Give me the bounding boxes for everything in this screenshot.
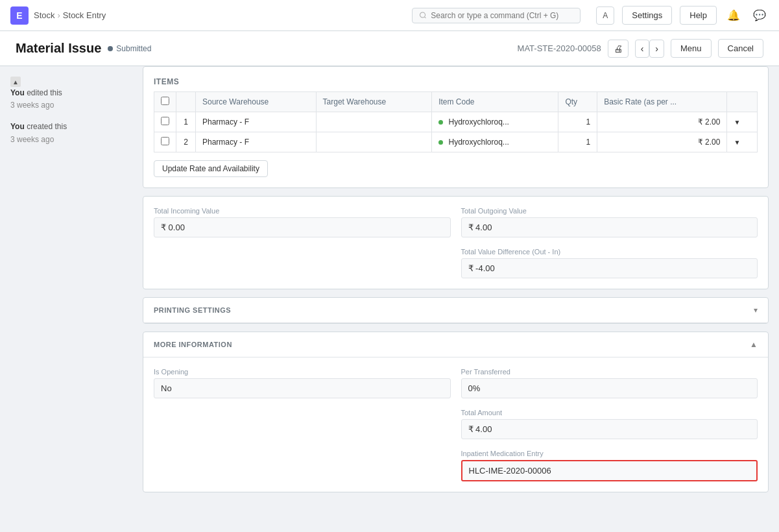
row-1-rate: ₹ 2.00 xyxy=(597,112,727,132)
total-amount-value: ₹ 4.00 xyxy=(461,419,758,439)
more-info-section: MORE INFORMATION ▲ Is Opening No xyxy=(143,332,769,492)
row-1-item-code: Hydroxychloroq... xyxy=(449,117,509,127)
row-1-checkbox[interactable] xyxy=(161,117,169,125)
inpatient-label: Inpatient Medication Entry xyxy=(461,450,758,457)
total-outgoing-value: ₹ 4.00 xyxy=(461,217,758,237)
more-info-label: MORE INFORMATION xyxy=(154,341,232,348)
activity-actor-2: You xyxy=(10,122,25,131)
svg-point-0 xyxy=(420,12,425,18)
table-row: 1 Pharmacy - F Hydroxychloroq... 1 ₹ 2.0… xyxy=(154,112,758,132)
page-title-area: Material Issue Submitted xyxy=(16,41,151,56)
doc-id: MAT-STE-2020-00058 xyxy=(518,43,601,53)
printing-section-header[interactable]: PRINTING SETTINGS ▾ xyxy=(143,298,768,323)
row-1-qty: 1 xyxy=(558,112,597,132)
more-info-grid: Is Opening No Per Transferred 0% Total A… xyxy=(154,368,758,481)
app-logo[interactable]: E xyxy=(10,6,29,25)
row-1-expand[interactable]: ▼ xyxy=(727,112,758,132)
select-all-checkbox[interactable] xyxy=(161,97,169,105)
table-row: 2 Pharmacy - F Hydroxychloroq... 1 ₹ 2.0… xyxy=(154,132,758,152)
activity-actor-1: You xyxy=(10,88,25,97)
activity-entry-2: You created this 3 weeks ago xyxy=(10,121,132,145)
more-info-toggle-icon: ▲ xyxy=(750,340,758,349)
breadcrumb: Stock › Stock Entry xyxy=(34,10,106,20)
total-amount-group: Total Amount ₹ 4.00 xyxy=(461,409,758,439)
total-diff-group: Total Value Difference (Out - In) ₹ -4.0… xyxy=(461,248,758,278)
form-area: Items Source Warehouse Target Warehouse … xyxy=(143,66,779,516)
search-bar[interactable] xyxy=(412,8,581,23)
total-diff-value: ₹ -4.00 xyxy=(461,258,758,278)
activity-action-1: edited this xyxy=(27,88,62,97)
breadcrumb-sep-1: › xyxy=(58,10,60,20)
values-grid: Total Incoming Value ₹ 0.00 Total Outgoi… xyxy=(154,207,758,278)
row-1-num: 1 xyxy=(176,112,196,132)
print-button[interactable]: 🖨 xyxy=(608,40,629,58)
top-nav: E Stock › Stock Entry A Settings Help 🔔 … xyxy=(0,0,779,31)
row-2-rate: ₹ 2.00 xyxy=(597,132,727,152)
item-dot-1 xyxy=(438,120,443,125)
avatar: A xyxy=(596,6,614,25)
sidebar-collapse[interactable]: ▲ xyxy=(10,77,21,87)
items-label: Items xyxy=(154,77,758,86)
col-qty: Qty xyxy=(558,92,597,112)
more-info-section-header[interactable]: MORE INFORMATION ▲ xyxy=(143,332,768,357)
page-header: Material Issue Submitted MAT-STE-2020-00… xyxy=(0,31,779,66)
total-outgoing-group: Total Outgoing Value ₹ 4.00 xyxy=(461,207,758,237)
is-opening-group: Is Opening No xyxy=(154,368,451,398)
col-expand xyxy=(727,92,758,112)
col-source-warehouse: Source Warehouse xyxy=(196,92,317,112)
prev-doc-button[interactable]: ‹ xyxy=(635,40,650,58)
status-badge: Submitted xyxy=(108,44,151,53)
update-rate-btn[interactable]: Update Rate and Availability xyxy=(154,160,268,177)
values-section: Total Incoming Value ₹ 0.00 Total Outgoi… xyxy=(143,196,769,289)
more-info-body: Is Opening No Per Transferred 0% Total A… xyxy=(143,357,768,492)
activity-time-1: 3 weeks ago xyxy=(10,101,54,110)
notifications-icon[interactable]: 🔔 xyxy=(725,8,743,23)
help-button[interactable]: Help xyxy=(680,6,717,25)
nav-arrows: ‹ › xyxy=(635,40,664,58)
row-1-target xyxy=(316,112,432,132)
search-icon xyxy=(419,11,427,19)
is-opening-value: No xyxy=(154,378,451,398)
row-2-check[interactable] xyxy=(154,132,176,152)
items-section-body: Items Source Warehouse Target Warehouse … xyxy=(143,67,768,187)
total-amount-label: Total Amount xyxy=(461,409,758,417)
row-2-source: Pharmacy - F xyxy=(196,132,317,152)
per-transferred-label: Per Transferred xyxy=(461,368,758,376)
page-title: Material Issue xyxy=(16,41,101,56)
status-dot xyxy=(108,46,113,51)
status-label: Submitted xyxy=(116,44,151,53)
settings-button[interactable]: Settings xyxy=(622,6,672,25)
items-section: Items Source Warehouse Target Warehouse … xyxy=(143,66,769,188)
inpatient-value[interactable]: HLC-IME-2020-00006 xyxy=(461,460,758,481)
breadcrumb-stock-entry[interactable]: Stock Entry xyxy=(63,10,106,20)
col-item-code: Item Code xyxy=(432,92,558,112)
row-1-source: Pharmacy - F xyxy=(196,112,317,132)
breadcrumb-stock[interactable]: Stock xyxy=(34,10,55,20)
activity-time-2: 3 weeks ago xyxy=(10,135,54,144)
row-1-item: Hydroxychloroq... xyxy=(432,112,558,132)
row-2-checkbox[interactable] xyxy=(161,137,169,145)
row-2-item: Hydroxychloroq... xyxy=(432,132,558,152)
values-section-body: Total Incoming Value ₹ 0.00 Total Outgoi… xyxy=(143,197,768,289)
inpatient-group: Inpatient Medication Entry HLC-IME-2020-… xyxy=(461,450,758,481)
nav-settings-help: A Settings Help xyxy=(596,6,717,25)
more-info-right: Per Transferred 0% Total Amount ₹ 4.00 I… xyxy=(461,368,758,481)
menu-button[interactable]: Menu xyxy=(671,39,712,58)
chat-icon[interactable]: 💬 xyxy=(750,8,769,23)
row-2-target xyxy=(316,132,432,152)
total-outgoing-label: Total Outgoing Value xyxy=(461,207,758,215)
row-2-qty: 1 xyxy=(558,132,597,152)
total-incoming-value: ₹ 0.00 xyxy=(154,217,451,237)
row-1-check[interactable] xyxy=(154,112,176,132)
row-2-expand[interactable]: ▼ xyxy=(727,132,758,152)
row-2-num: 2 xyxy=(176,132,196,152)
activity-entry-1: You edited this 3 weeks ago xyxy=(10,87,132,112)
is-opening-label: Is Opening xyxy=(154,368,451,376)
next-doc-button[interactable]: › xyxy=(649,40,664,58)
svg-line-1 xyxy=(425,17,426,18)
col-check xyxy=(154,92,176,112)
page-actions: MAT-STE-2020-00058 🖨 ‹ › Menu Cancel xyxy=(518,39,763,58)
cancel-button[interactable]: Cancel xyxy=(718,39,763,58)
search-input[interactable] xyxy=(431,11,573,20)
total-incoming-group: Total Incoming Value ₹ 0.00 xyxy=(154,207,451,278)
